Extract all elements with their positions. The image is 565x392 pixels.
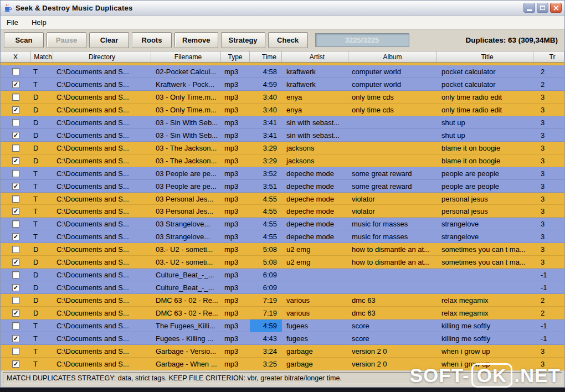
cell-match[interactable]: T [31,78,53,91]
cell-artist[interactable]: jacksons [282,142,348,154]
cell-album[interactable] [348,129,437,142]
cell-directory[interactable]: C:\Documents and S... [53,269,151,281]
row-checkbox-unchecked[interactable] [12,195,19,203]
cell-directory[interactable]: C:\Documents and S... [53,205,151,218]
table-row[interactable]: ✓TC:\Documents and S...Kraftwerk - Pock.… [1,78,564,91]
cell-match[interactable]: T [31,167,53,180]
table-row[interactable]: DC:\Documents and S...DMC 63 - 02 - Re..… [1,294,564,307]
row-checkbox-unchecked[interactable] [12,220,19,228]
cell-type[interactable]: mp3 [221,358,250,370]
cell-title[interactable]: strangelove [437,218,533,230]
cell-album[interactable]: music for masses [348,230,437,243]
column-header-title[interactable]: Title [437,51,533,62]
cell-match[interactable]: T [31,319,53,332]
row-checkbox-checked[interactable]: ✓ [12,335,19,342]
cell-artist[interactable]: enya [282,104,348,116]
cell-filename[interactable]: Garbage - Versio... [151,345,221,358]
cell-title[interactable]: killing me softly [437,332,533,345]
cell-type[interactable]: mp3 [221,116,250,129]
cell-track[interactable]: 3 [533,154,564,167]
cell-album[interactable]: only time cds [348,104,437,116]
cell-filename[interactable]: 03 People are pe... [151,180,221,193]
cell-time[interactable]: 3:24 [250,345,282,358]
row-checkbox-checked[interactable]: ✓ [12,284,19,291]
row-checkbox-unchecked[interactable] [12,94,19,101]
table-row[interactable]: ✓TC:\Documents and S...Fugees - Killing … [1,332,564,345]
cell-directory[interactable]: C:\Documents and S... [53,91,151,104]
cell-filename[interactable]: 03 - The Jackson... [151,142,221,154]
row-checkbox-checked[interactable]: ✓ [12,259,19,266]
cell-directory[interactable]: C:\Documents and S... [53,345,151,358]
clear-button[interactable]: Clear [89,32,129,48]
cell-time[interactable]: 7:19 [250,294,282,307]
column-header-tr[interactable]: Tr [533,51,564,62]
cell-directory[interactable]: C:\Documents and S... [53,294,151,307]
cell-album[interactable]: computer world [348,65,437,78]
cell-directory[interactable]: C:\Documents and S... [53,180,151,193]
cell-title[interactable]: personal jesus [437,205,533,218]
cell-time[interactable]: 7:19 [250,307,282,319]
cell-album[interactable]: dmc 63 [348,307,437,319]
cell-filename[interactable]: DMC 63 - 02 - Re... [151,294,221,307]
cell-time[interactable]: 4:55 [250,193,282,205]
table-row[interactable]: TC:\Documents and S...03 Strangelove...m… [1,218,564,230]
cell-artist[interactable]: fugees [282,319,348,332]
cell-track[interactable]: 2 [533,294,564,307]
cell-directory[interactable]: C:\Documents and S... [53,319,151,332]
table-row[interactable]: TC:\Documents and S...03 People are pe..… [1,167,564,180]
cell-album[interactable]: only time cds [348,91,437,104]
cell-type[interactable]: mp3 [221,345,250,358]
cell-title[interactable]: relax megamix [437,294,533,307]
cell-track[interactable]: 3 [533,193,564,205]
cell-title[interactable] [437,269,533,281]
cell-type[interactable]: mp3 [221,243,250,256]
cell-track[interactable]: 3 [533,205,564,218]
cell-time[interactable]: 3:40 [250,91,282,104]
cell-title[interactable]: only time radio edit [437,104,533,116]
row-checkbox-unchecked[interactable] [12,68,19,75]
table-row[interactable]: DC:\Documents and S...Culture_Beat_-_...… [1,269,564,281]
cell-filename[interactable]: DMC 63 - 02 - Re... [151,307,221,319]
cell-match[interactable]: T [31,65,53,78]
row-checkbox-unchecked[interactable] [12,348,19,355]
cell-track[interactable]: 3 [533,104,564,116]
cell-type[interactable]: mp3 [221,256,250,269]
cell-type[interactable]: mp3 [221,65,250,78]
cell-match[interactable]: D [31,256,53,269]
cell-track[interactable]: 3 [533,256,564,269]
cell-type[interactable]: mp3 [221,180,250,193]
table-row[interactable]: ✓DC:\Documents and S...03 - Only Time.m.… [1,104,564,116]
cell-directory[interactable]: C:\Documents and S... [53,167,151,180]
cell-title[interactable]: pocket calculator [437,65,533,78]
row-checkbox-checked[interactable]: ✓ [12,233,19,240]
cell-filename[interactable]: 03 - Sin With Seb... [151,129,221,142]
row-checkbox-checked[interactable]: ✓ [12,81,19,88]
menu-item-help[interactable]: Help [30,17,48,28]
cell-type[interactable]: mp3 [221,129,250,142]
cell-match[interactable]: D [31,154,53,167]
cell-match[interactable]: T [31,358,53,370]
cell-track[interactable]: -1 [533,319,564,332]
cell-track[interactable]: 3 [533,116,564,129]
cell-artist[interactable]: enya [282,91,348,104]
cell-album[interactable] [348,281,437,294]
cell-type[interactable]: mp3 [221,205,250,218]
cell-album[interactable] [348,142,437,154]
cell-time[interactable]: 3:29 [250,142,282,154]
cell-directory[interactable]: C:\Documents and S... [53,256,151,269]
row-checkbox-unchecked[interactable] [12,322,19,329]
cell-filename[interactable]: 03 - Sin With Seb... [151,116,221,129]
row-checkbox-checked[interactable]: ✓ [12,208,19,215]
cell-album[interactable] [348,154,437,167]
cell-type[interactable]: mp3 [221,307,250,319]
cell-album[interactable]: some great reward [348,180,437,193]
cell-filename[interactable]: Kraftwerk - Pock... [151,78,221,91]
row-checkbox-unchecked[interactable] [12,170,19,177]
cell-album[interactable]: how to dismantle an at... [348,243,437,256]
table-row[interactable]: DC:\Documents and S...03.- U2 - someti..… [1,243,564,256]
cell-match[interactable]: D [31,142,53,154]
cell-time[interactable]: 6:09 [250,269,282,281]
row-checkbox-checked[interactable]: ✓ [12,157,19,164]
cell-album[interactable] [348,269,437,281]
cell-artist[interactable]: sin with sebast... [282,129,348,142]
